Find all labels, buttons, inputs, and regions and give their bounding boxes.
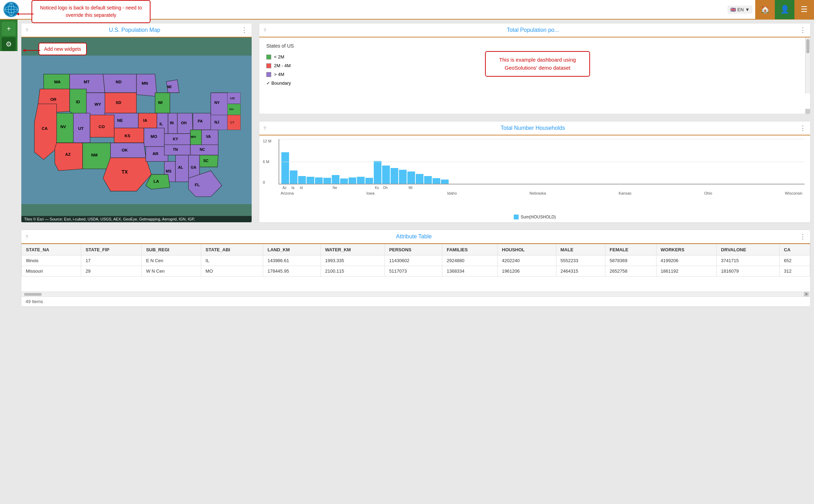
cell-missouri-families: 1368334	[442, 266, 498, 276]
col-state-fip: STATE_FIP	[81, 244, 142, 255]
cell-missouri-fip: 29	[81, 266, 142, 276]
cell-missouri-ca: 312	[780, 266, 810, 276]
user-button[interactable]: 👤	[775, 0, 794, 19]
map-container[interactable]: WA MT ND MN MI OR	[21, 37, 252, 222]
col-state-abi: STATE_ABI	[201, 244, 263, 255]
chart-bar-5	[315, 177, 323, 184]
table-menu-icon[interactable]: ⋮	[800, 233, 806, 240]
chart-bar-14	[391, 168, 398, 184]
table-row-missouri[interactable]: Missouri 29 W N Cen MO 178445.95 2100.11…	[22, 266, 810, 276]
svg-text:MO: MO	[150, 134, 157, 139]
col-drvalone: DRVALONE	[717, 244, 780, 255]
chart-bar-20	[441, 180, 449, 184]
svg-marker-58	[34, 104, 57, 160]
chart-menu-icon[interactable]: ⋮	[800, 124, 806, 132]
legend-resize-handle[interactable]	[805, 109, 810, 114]
chart-bar-wisconsin	[407, 172, 415, 184]
table-horizontal-scrollbar[interactable]: >	[21, 292, 810, 296]
xlabel-full-nebraska: Nebraska	[529, 191, 546, 195]
xlabel-kansas: Ks	[373, 186, 381, 190]
cell-missouri-state: Missouri	[22, 266, 81, 276]
legend-color-lt2m	[266, 55, 271, 59]
xlabel-wisconsin: Wi	[407, 186, 414, 190]
left-sidebar: + ⚙	[0, 20, 17, 51]
svg-text:OH: OH	[181, 121, 187, 125]
add-widget-button[interactable]: +	[2, 22, 16, 36]
table-widget-header: ? Attribute Table ⋮	[21, 230, 810, 244]
cell-missouri-male: 2464315	[556, 266, 605, 276]
svg-text:NM: NM	[91, 153, 98, 157]
add-widgets-callout: Add new widgets	[38, 43, 87, 55]
chart-bar-15	[399, 170, 407, 184]
chart-bar-11	[365, 178, 373, 184]
table-row-illinois[interactable]: Illinois 17 E N Cen IL 143986.61 1993.33…	[22, 255, 810, 266]
lang-dropdown-icon[interactable]: ▼	[745, 7, 750, 12]
chart-y-label-mid: 6 M	[263, 160, 271, 164]
xlabel-full-arizona: Arizona	[281, 191, 294, 195]
chart-bar-6	[323, 178, 331, 184]
svg-text:KS: KS	[125, 133, 130, 138]
svg-text:NE: NE	[117, 118, 123, 122]
cell-illinois-land: 143986.61	[263, 255, 321, 266]
svg-marker-32	[138, 113, 157, 128]
svg-text:CA: CA	[42, 126, 48, 131]
svg-text:WI: WI	[158, 100, 163, 105]
svg-text:ID: ID	[76, 99, 80, 104]
chart-y-label-top: 12 M	[263, 139, 271, 143]
demo-callout-text: This is example dashboard using GeoSolut…	[499, 57, 576, 71]
svg-text:NY: NY	[215, 100, 220, 105]
legend-scrollbar[interactable]	[805, 37, 810, 93]
xlabel-15	[398, 186, 406, 190]
svg-text:VA: VA	[206, 134, 211, 139]
logo-callout-text: Noticed logo is back to default setting …	[40, 5, 142, 18]
demo-callout: This is example dashboard using GeoSolut…	[485, 51, 590, 77]
xlabel-10	[356, 186, 364, 190]
svg-text:SC: SC	[203, 159, 209, 163]
table-footer: 49 Items	[21, 296, 810, 306]
legend-help-icon[interactable]: ?	[264, 28, 266, 33]
chart-legend-label: Sum(HOUSHOLD)	[521, 215, 556, 219]
xlabel-18	[423, 186, 431, 190]
add-widgets-text: Add new widgets	[44, 46, 81, 52]
svg-text:ME: ME	[230, 96, 235, 100]
map-help-icon[interactable]: ?	[26, 28, 28, 33]
chart-widget-header: ? Total Number Households ⋮	[259, 121, 810, 135]
attribute-table-widget: ? Attribute Table ⋮ STATE_NA STATE_FIP S…	[21, 230, 811, 307]
table-scroll-right-btn[interactable]: >	[804, 292, 809, 297]
hamburger-icon: ☰	[801, 5, 808, 14]
attribute-table: STATE_NA STATE_FIP SUB_REGI STATE_ABI LA…	[21, 244, 810, 276]
svg-text:TN: TN	[173, 147, 178, 152]
right-column: ? Total Population po... ⋮ States of US …	[255, 20, 814, 226]
chart-help-icon[interactable]: ?	[264, 126, 266, 131]
home-button[interactable]: 🏠	[755, 0, 775, 19]
col-families: FAMILIES	[442, 244, 498, 255]
xlabel-full-wisconsin: Wisconsin	[785, 191, 802, 195]
svg-marker-6	[16, 13, 19, 15]
xlabel-17	[415, 186, 423, 190]
svg-text:AR: AR	[153, 151, 159, 156]
svg-text:ND: ND	[116, 79, 122, 84]
chart-legend-color	[514, 215, 519, 219]
xlabel-6	[323, 186, 330, 190]
settings-button[interactable]: ⚙	[2, 37, 16, 51]
us-map-svg: WA MT ND MN MI OR	[21, 37, 252, 222]
map-menu-icon[interactable]: ⋮	[241, 26, 247, 34]
svg-text:LA: LA	[154, 179, 159, 183]
legend-boundary-label: ✓ Boundary	[266, 80, 291, 86]
language-selector[interactable]: 🇬🇧 EN ▼	[728, 6, 752, 14]
table-scroll-container[interactable]: STATE_NA STATE_FIP SUB_REGI STATE_ABI LA…	[21, 244, 810, 292]
xlabel-4	[306, 186, 314, 190]
xlabel-5	[314, 186, 322, 190]
menu-button[interactable]: ☰	[794, 0, 814, 19]
xlabel-full-ohio: Ohio	[704, 191, 712, 195]
table-help-icon[interactable]: ?	[26, 234, 28, 239]
top-row: ? U.S. Population Map ⋮ WA MT	[17, 20, 814, 226]
legend-menu-icon[interactable]: ⋮	[800, 26, 806, 34]
svg-marker-86	[211, 93, 229, 115]
xlabel-11	[365, 186, 372, 190]
xlabel-9	[348, 186, 356, 190]
svg-text:WY: WY	[94, 102, 101, 106]
cell-illinois-state: Illinois	[22, 255, 81, 266]
xlabel-iowa: Ia	[289, 186, 297, 190]
cell-missouri-water: 2100.115	[321, 266, 385, 276]
